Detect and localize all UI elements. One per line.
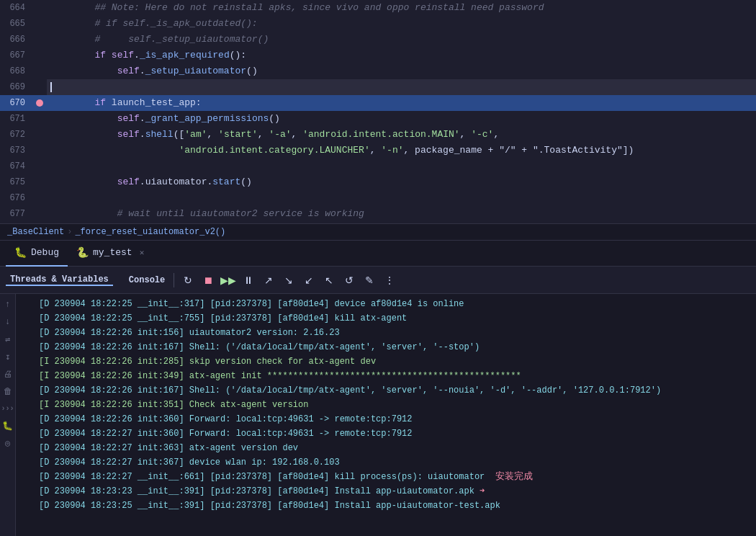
code-line: 677 # wait until uiautomator2 service is…: [0, 206, 756, 222]
line-content: [47, 158, 756, 174]
main-layout: 664 ## Note: Here do not reinstall apks,…: [0, 0, 756, 536]
code-lines: 664 ## Note: Here do not reinstall apks,…: [0, 0, 756, 223]
stop-button[interactable]: ⏹: [199, 271, 217, 290]
threads-variables-tab[interactable]: Threads & Variables: [6, 274, 113, 286]
code-line: 674: [0, 158, 756, 174]
line-number: 674: [0, 158, 32, 174]
log-line: [D 230904 18:22:26 init:360] Forward: lo…: [33, 412, 756, 426]
arrow-icon: ➜: [480, 486, 485, 496]
edit-button[interactable]: ✎: [360, 271, 379, 290]
breakpoint-area[interactable]: [32, 143, 47, 158]
line-number: 673: [0, 143, 32, 158]
line-content: [47, 79, 756, 95]
line-number: 670: [0, 95, 32, 111]
console-tab[interactable]: Console: [125, 275, 169, 285]
line-content: self.uiautomator.start(): [47, 174, 756, 190]
sidebar-icon-switch[interactable]: ⇌: [1, 333, 14, 346]
breakpoint-area[interactable]: [32, 174, 47, 190]
more-button[interactable]: ⋮: [380, 271, 399, 290]
breadcrumb: _BaseClient › _force_reset_uiautomator_v…: [0, 223, 756, 241]
log-line: [D 230904 18:23:23 __init__:391] [pid:23…: [33, 484, 756, 499]
log-line: [D 230904 18:22:25 __init__:755] [pid:23…: [33, 311, 756, 326]
run-to-cursor-button[interactable]: ↖: [320, 271, 338, 290]
log-line: [D 230904 18:23:25 __init__:391] [pid:23…: [33, 499, 756, 513]
code-line: 667 if self._is_apk_required():: [0, 48, 756, 63]
breakpoint-area[interactable]: [32, 79, 47, 95]
line-number: 675: [0, 174, 32, 190]
sidebar-icon-debug[interactable]: 🐛: [1, 419, 14, 432]
log-area: [D 230904 18:22:25 __init__:317] [pid:23…: [16, 294, 756, 536]
line-number: 671: [0, 111, 32, 127]
line-number: 677: [0, 206, 32, 222]
line-content: self._setup_uiautomator(): [47, 63, 756, 79]
sidebar-icon-circle[interactable]: ◎: [1, 437, 14, 450]
log-line: [I 230904 18:22:26 init:285] skip versio…: [33, 354, 756, 369]
breakpoint-area[interactable]: [32, 206, 47, 222]
debug-tab-label: Debug: [31, 247, 59, 258]
line-content: if self._is_apk_required():: [47, 48, 756, 63]
breakpoint-area[interactable]: [32, 158, 47, 174]
sidebar-icon-expand[interactable]: ›››: [1, 402, 14, 415]
line-number: 664: [0, 0, 32, 16]
step-over-button[interactable]: ↗: [259, 271, 278, 290]
log-line: [D 230904 18:22:27 init:360] Forward: lo…: [33, 426, 756, 441]
log-line: [D 230904 18:22:26 init:167] Shell: ('/d…: [33, 340, 756, 354]
resume-button[interactable]: ↻: [179, 271, 197, 290]
code-line: 673 'android.intent.category.LAUNCHER', …: [0, 143, 756, 158]
tab-close-button[interactable]: ✕: [140, 248, 145, 257]
line-number: 669: [0, 79, 32, 95]
sidebar-icon-print[interactable]: 🖨: [1, 367, 14, 380]
pause-button[interactable]: ⏸: [239, 271, 258, 290]
code-line: 664 ## Note: Here do not reinstall apks,…: [0, 0, 756, 16]
line-number: 665: [0, 16, 32, 32]
code-editor: 664 ## Note: Here do not reinstall apks,…: [0, 0, 756, 223]
breakpoint-area[interactable]: [32, 16, 47, 32]
log-line: [D 230904 18:22:26 init:156] uiautomator…: [33, 326, 756, 340]
breakpoint-area[interactable]: [32, 48, 47, 63]
line-number: 676: [0, 190, 32, 206]
sidebar-icon-down[interactable]: ↓: [1, 316, 14, 329]
tab-debug[interactable]: 🐛 Debug: [6, 241, 68, 267]
log-line: [D 230904 18:22:27 __init__:661] [pid:23…: [33, 470, 756, 484]
debug-toolbar: Threads & Variables Console ↻ ⏹ ▶▶ ⏸ ↗ ↘…: [0, 267, 756, 294]
breakpoint-area[interactable]: [32, 0, 47, 16]
tab-my-test[interactable]: 🐍 my_test ✕: [68, 241, 153, 267]
line-number: 668: [0, 63, 32, 79]
breadcrumb-separator: ›: [67, 227, 72, 237]
line-content: if launch_test_app:: [47, 95, 756, 111]
line-number: 672: [0, 127, 32, 143]
restart-button[interactable]: ↺: [340, 271, 359, 290]
breakpoint-area[interactable]: [32, 111, 47, 127]
line-content: 'android.intent.category.LAUNCHER', '-n'…: [47, 143, 756, 158]
my-test-tab-icon: 🐍: [76, 246, 89, 259]
step-out-button[interactable]: ↙: [300, 271, 318, 290]
breakpoint-area[interactable]: [32, 95, 47, 111]
my-test-tab-label: my_test: [93, 247, 132, 258]
breakpoint-area[interactable]: [32, 63, 47, 79]
left-sidebar: ↑ ↓ ⇌ ↧ 🖨 🗑 ››› 🐛 ◎: [0, 294, 16, 536]
breadcrumb-item-1: _BaseClient: [7, 227, 64, 237]
sidebar-icon-delete[interactable]: 🗑: [1, 385, 14, 398]
resume-program-button[interactable]: ▶▶: [219, 271, 238, 290]
code-line: 670 if launch_test_app:: [0, 95, 756, 111]
code-line: 671 self._grant_app_permissions(): [0, 111, 756, 127]
sidebar-icon-up[interactable]: ↑: [1, 298, 14, 311]
step-into-button[interactable]: ↘: [279, 271, 298, 290]
code-line: 666 # self._setup_uiautomator(): [0, 32, 756, 48]
code-line: 668 self._setup_uiautomator(): [0, 63, 756, 79]
debug-tabs: 🐛 Debug 🐍 my_test ✕: [0, 241, 756, 267]
line-content: # if self._is_apk_outdated():: [47, 16, 756, 32]
debug-tab-icon: 🐛: [14, 246, 27, 259]
breakpoint-area[interactable]: [32, 32, 47, 48]
breakpoint-indicator: [36, 99, 43, 107]
line-content: self.shell(['am', 'start', '-a', 'androi…: [47, 127, 756, 143]
breakpoint-area[interactable]: [32, 190, 47, 206]
log-line: [D 230904 18:22:27 init:367] device wlan…: [33, 455, 756, 470]
line-content: [47, 190, 756, 206]
sidebar-icon-download[interactable]: ↧: [1, 350, 14, 363]
code-line: 669: [0, 79, 756, 95]
breakpoint-area[interactable]: [32, 127, 47, 143]
breadcrumb-item-2: _force_reset_uiautomator_v2(): [75, 227, 225, 237]
code-line: 675 self.uiautomator.start(): [0, 174, 756, 190]
line-content: # wait until uiautomator2 service is wor…: [47, 206, 756, 222]
